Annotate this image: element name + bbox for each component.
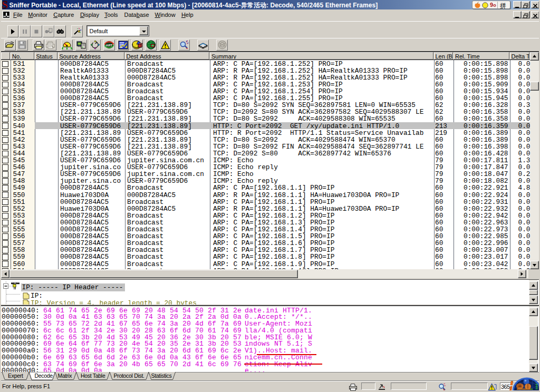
svg-text:Decode: Decode bbox=[35, 373, 53, 379]
svg-text:S: S bbox=[2, 1, 8, 9]
svg-text:Expert: Expert bbox=[8, 373, 23, 379]
svg-text:ART: ART bbox=[106, 44, 113, 47]
svg-text:Host Table: Host Table bbox=[81, 373, 105, 379]
svg-text:Protocol Dist.: Protocol Dist. bbox=[114, 373, 144, 379]
svg-text:Statistics: Statistics bbox=[151, 373, 172, 379]
svg-text:Matrix: Matrix bbox=[58, 373, 73, 379]
